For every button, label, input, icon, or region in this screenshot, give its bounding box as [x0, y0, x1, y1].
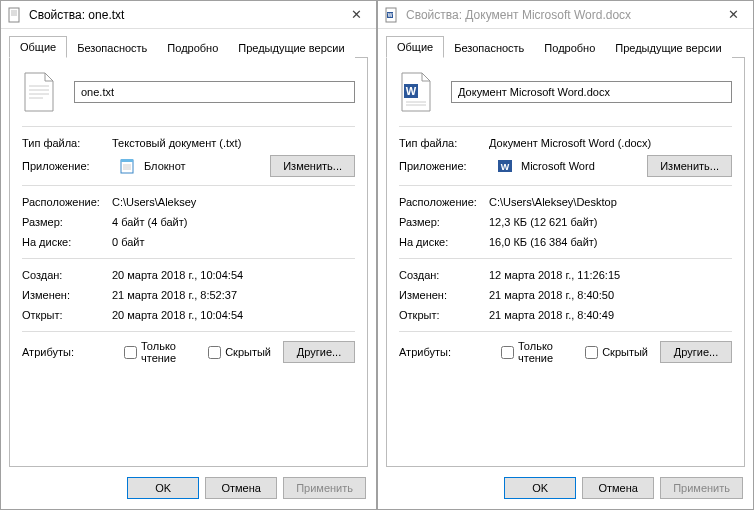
modified-value: 21 марта 2018 г., 8:40:50 [489, 289, 732, 301]
word-icon: W [497, 158, 513, 174]
row-size: Размер: 4 байт (4 байт) [22, 212, 355, 232]
attrib-label: Атрибуты: [399, 346, 489, 358]
tab-row: Общие Безопасность Подробно Предыдущие в… [1, 29, 376, 57]
tab-details[interactable]: Подробно [157, 38, 228, 58]
ondisk-value: 16,0 КБ (16 384 байт) [489, 236, 732, 248]
created-label: Создан: [399, 269, 489, 281]
location-value: C:\Users\Aleksey\Desktop [489, 196, 732, 208]
tab-details[interactable]: Подробно [534, 38, 605, 58]
docx-file-title-icon: W [384, 7, 400, 23]
app-value: Блокнот [144, 160, 186, 172]
ondisk-label: На диске: [22, 236, 112, 248]
cancel-button[interactable]: Отмена [205, 477, 277, 499]
app-value: Microsoft Word [521, 160, 595, 172]
svg-text:W: W [501, 162, 510, 172]
readonly-label: Только чтение [518, 340, 573, 364]
ok-button[interactable]: OK [127, 477, 199, 499]
title-text: Свойства: Документ Microsoft Word.docx [406, 8, 713, 22]
accessed-value: 21 марта 2018 г., 8:40:49 [489, 309, 732, 321]
row-created: Создан: 20 марта 2018 г., 10:04:54 [22, 265, 355, 285]
title-text: Свойства: one.txt [29, 8, 336, 22]
txt-file-title-icon [7, 7, 23, 23]
tab-row: Общие Безопасность Подробно Предыдущие в… [378, 29, 753, 57]
change-app-button[interactable]: Изменить... [270, 155, 355, 177]
modified-label: Изменен: [399, 289, 489, 301]
tab-security[interactable]: Безопасность [444, 38, 534, 58]
location-label: Расположение: [22, 196, 112, 208]
docx-file-icon: W [399, 72, 433, 112]
location-value: C:\Users\Aleksey [112, 196, 355, 208]
tab-content: W Тип файла: Документ Microsoft Word (.d… [386, 57, 745, 467]
row-modified: Изменен: 21 марта 2018 г., 8:40:50 [399, 285, 732, 305]
readonly-label: Только чтение [141, 340, 196, 364]
readonly-checkbox-wrap[interactable]: Только чтение [501, 340, 573, 364]
readonly-checkbox-wrap[interactable]: Только чтение [124, 340, 196, 364]
tab-general[interactable]: Общие [386, 36, 444, 58]
svg-text:W: W [388, 12, 393, 18]
properties-dialog-right: W Свойства: Документ Microsoft Word.docx… [377, 0, 754, 510]
readonly-checkbox[interactable] [501, 346, 514, 359]
notepad-icon [120, 158, 136, 174]
file-header [22, 68, 355, 120]
row-modified: Изменен: 21 марта 2018 г., 8:52:37 [22, 285, 355, 305]
ok-button[interactable]: OK [504, 477, 576, 499]
filetype-value: Текстовый документ (.txt) [112, 137, 355, 149]
button-bar: OK Отмена Применить [378, 471, 753, 509]
accessed-label: Открыт: [22, 309, 112, 321]
location-label: Расположение: [399, 196, 489, 208]
tab-previous[interactable]: Предыдущие версии [605, 38, 731, 58]
other-attributes-button[interactable]: Другие... [660, 341, 732, 363]
hidden-label: Скрытый [602, 346, 648, 358]
tab-content: Тип файла: Текстовый документ (.txt) При… [9, 57, 368, 467]
row-attributes: Атрибуты: Только чтение Скрытый Другие..… [399, 338, 732, 366]
change-app-button[interactable]: Изменить... [647, 155, 732, 177]
tab-general[interactable]: Общие [9, 36, 67, 58]
ondisk-value: 0 байт [112, 236, 355, 248]
modified-value: 21 марта 2018 г., 8:52:37 [112, 289, 355, 301]
hidden-checkbox-wrap[interactable]: Скрытый [208, 346, 271, 359]
titlebar: Свойства: one.txt ✕ [1, 1, 376, 29]
size-value: 4 байт (4 байт) [112, 216, 355, 228]
cancel-button[interactable]: Отмена [582, 477, 654, 499]
attrib-label: Атрибуты: [22, 346, 112, 358]
close-button[interactable]: ✕ [336, 1, 376, 29]
filename-input[interactable] [451, 81, 732, 103]
accessed-value: 20 марта 2018 г., 10:04:54 [112, 309, 355, 321]
apply-button[interactable]: Применить [283, 477, 366, 499]
row-attributes: Атрибуты: Только чтение Скрытый Другие..… [22, 338, 355, 366]
hidden-checkbox[interactable] [208, 346, 221, 359]
hidden-checkbox[interactable] [585, 346, 598, 359]
close-button[interactable]: ✕ [713, 1, 753, 29]
row-location: Расположение: C:\Users\Aleksey\Desktop [399, 192, 732, 212]
tab-security[interactable]: Безопасность [67, 38, 157, 58]
file-header: W [399, 68, 732, 120]
row-ondisk: На диске: 0 байт [22, 232, 355, 252]
app-label: Приложение: [22, 160, 112, 172]
created-label: Создан: [22, 269, 112, 281]
filetype-label: Тип файла: [22, 137, 112, 149]
apply-button[interactable]: Применить [660, 477, 743, 499]
size-label: Размер: [22, 216, 112, 228]
size-label: Размер: [399, 216, 489, 228]
row-filetype: Тип файла: Документ Microsoft Word (.doc… [399, 133, 732, 153]
other-attributes-button[interactable]: Другие... [283, 341, 355, 363]
filetype-label: Тип файла: [399, 137, 489, 149]
svg-text:W: W [406, 85, 417, 97]
ondisk-label: На диске: [399, 236, 489, 248]
created-value: 12 марта 2018 г., 11:26:15 [489, 269, 732, 281]
row-location: Расположение: C:\Users\Aleksey [22, 192, 355, 212]
readonly-checkbox[interactable] [124, 346, 137, 359]
hidden-label: Скрытый [225, 346, 271, 358]
button-bar: OK Отмена Применить [1, 471, 376, 509]
row-app: Приложение: W Microsoft Word Изменить... [399, 153, 732, 179]
row-filetype: Тип файла: Текстовый документ (.txt) [22, 133, 355, 153]
row-accessed: Открыт: 20 марта 2018 г., 10:04:54 [22, 305, 355, 325]
svg-rect-9 [121, 159, 133, 162]
size-value: 12,3 КБ (12 621 байт) [489, 216, 732, 228]
titlebar: W Свойства: Документ Microsoft Word.docx… [378, 1, 753, 29]
tab-previous[interactable]: Предыдущие версии [228, 38, 354, 58]
filetype-value: Документ Microsoft Word (.docx) [489, 137, 732, 149]
filename-input[interactable] [74, 81, 355, 103]
hidden-checkbox-wrap[interactable]: Скрытый [585, 346, 648, 359]
properties-dialog-left: Свойства: one.txt ✕ Общие Безопасность П… [0, 0, 377, 510]
